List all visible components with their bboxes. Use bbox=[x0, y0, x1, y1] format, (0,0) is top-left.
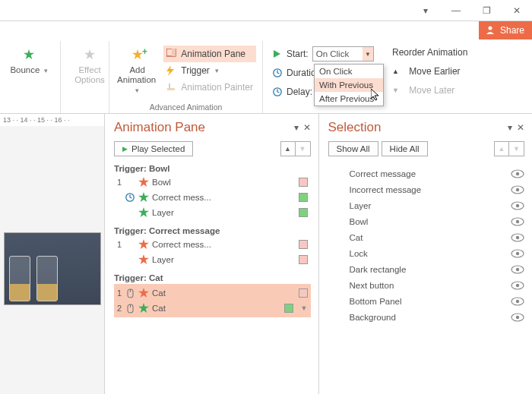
star-icon bbox=[138, 207, 149, 218]
selection-item-name: Incorrect message bbox=[350, 185, 422, 194]
duration-bar bbox=[284, 304, 293, 313]
selection-item-name: Bottom Panel bbox=[350, 297, 402, 306]
bounce-star-icon bbox=[18, 47, 40, 65]
minimize-button[interactable]: — bbox=[441, 0, 471, 21]
animation-row[interactable]: Layer bbox=[114, 252, 311, 267]
animation-row[interactable]: Layer bbox=[114, 205, 311, 220]
move-earlier-button[interactable]: ▲ Move Earlier bbox=[389, 63, 470, 80]
animation-name: Bowl bbox=[152, 178, 296, 187]
animation-row[interactable]: 1Cat bbox=[114, 285, 311, 301]
eye-icon[interactable] bbox=[511, 185, 524, 194]
bolt-icon bbox=[166, 65, 177, 76]
star-icon bbox=[138, 288, 149, 298]
mouse-icon bbox=[125, 304, 135, 314]
selection-item-name: Bowl bbox=[350, 217, 369, 226]
selection-item-name: Dark rectangle bbox=[350, 265, 407, 274]
animation-list: Trigger: Bowl1BowlCorrect mess...LayerTr… bbox=[114, 164, 311, 317]
animation-painter-button: Animation Painter bbox=[163, 79, 256, 96]
duration-bar bbox=[299, 178, 308, 187]
animation-row[interactable]: 2Cat▼ bbox=[114, 301, 311, 316]
show-all-button[interactable]: Show All bbox=[328, 141, 378, 156]
brush-icon bbox=[166, 82, 177, 93]
play-selected-button[interactable]: ▶ Play Selected bbox=[114, 141, 193, 156]
add-animation-button[interactable]: + Add Animation ▾ bbox=[116, 44, 159, 99]
animation-name: Cat bbox=[152, 304, 281, 313]
mouse-icon bbox=[125, 288, 135, 298]
eye-icon[interactable] bbox=[511, 233, 524, 242]
restore-button[interactable]: ❐ bbox=[471, 0, 502, 21]
eye-icon[interactable] bbox=[511, 313, 524, 322]
selection-item[interactable]: Correct message bbox=[350, 165, 525, 181]
share-button[interactable]: Share bbox=[479, 21, 532, 39]
star-icon bbox=[138, 303, 149, 314]
animation-name: Layer bbox=[152, 255, 296, 264]
share-bar: Share bbox=[0, 21, 532, 41]
play-icon bbox=[272, 49, 283, 59]
svg-marker-17 bbox=[371, 89, 378, 100]
selection-item-name: Correct message bbox=[350, 169, 416, 178]
effect-options-icon bbox=[79, 47, 100, 65]
animation-pane: Animation Pane ▾✕ ▶ Play Selected ▲ ▼ Tr… bbox=[105, 114, 318, 394]
selection-item[interactable]: Next button bbox=[350, 277, 525, 293]
start-option-onclick[interactable]: On Click bbox=[315, 65, 383, 78]
clock-icon bbox=[272, 68, 283, 78]
animation-name: Correct mess... bbox=[152, 193, 296, 202]
trigger-heading: Trigger: Cat bbox=[114, 273, 311, 282]
slide-thumbnail-column: 13 · · 14 · · 15 · · 16 · · bbox=[0, 114, 105, 394]
share-label: Share bbox=[500, 25, 524, 36]
trigger-button[interactable]: Trigger▾ bbox=[163, 62, 256, 79]
animation-name: Cat bbox=[152, 288, 296, 298]
selection-item[interactable]: Lock bbox=[350, 245, 525, 261]
star-icon bbox=[138, 192, 149, 203]
eye-icon[interactable] bbox=[511, 297, 524, 306]
selection-item[interactable]: Cat bbox=[350, 229, 525, 245]
animation-pane-button[interactable]: Animation Pane bbox=[163, 46, 256, 62]
selection-item[interactable]: Background bbox=[350, 309, 525, 325]
eye-icon[interactable] bbox=[511, 201, 524, 210]
pane-close-icon[interactable]: ✕ bbox=[517, 122, 524, 133]
reorder-label: Reorder Animation bbox=[389, 44, 470, 61]
animation-row[interactable]: 1Correct mess... bbox=[114, 237, 311, 252]
duration-bar bbox=[299, 240, 308, 249]
sel-move-down: ▼ bbox=[509, 141, 524, 156]
selection-item[interactable]: Dark rectangle bbox=[350, 261, 525, 277]
pane-icon bbox=[166, 49, 177, 59]
selection-item[interactable]: Incorrect message bbox=[350, 181, 525, 197]
pane-options-icon[interactable]: ▾ bbox=[508, 122, 512, 133]
pane-options-icon[interactable]: ▾ bbox=[294, 122, 299, 133]
pane-close-icon[interactable]: ✕ bbox=[303, 122, 311, 133]
eye-icon[interactable] bbox=[511, 281, 524, 290]
selection-pane: Selection ▾✕ Show All Hide All ▲▼ Correc… bbox=[318, 114, 533, 394]
eye-icon[interactable] bbox=[511, 265, 524, 274]
animation-row[interactable]: 1Bowl bbox=[114, 175, 311, 190]
chevron-down-icon[interactable]: ▼ bbox=[301, 304, 308, 312]
selection-item[interactable]: Layer bbox=[350, 197, 525, 213]
animation-name: Layer bbox=[152, 208, 296, 217]
sel-move-up: ▲ bbox=[494, 141, 509, 156]
start-row: Start: On Click ▼ bbox=[269, 46, 377, 62]
eye-icon[interactable] bbox=[511, 249, 524, 258]
selection-item-name: Lock bbox=[350, 249, 368, 258]
move-later-button: ▼ Move Later bbox=[389, 82, 470, 99]
selection-list: Correct messageIncorrect messageLayerBow… bbox=[328, 165, 525, 325]
animation-row[interactable]: Correct mess... bbox=[114, 190, 311, 205]
clock-icon bbox=[125, 192, 135, 203]
duration-bar bbox=[299, 255, 308, 264]
titlebar-options-icon[interactable]: ▾ bbox=[410, 0, 441, 21]
move-up-button[interactable]: ▲ bbox=[280, 141, 296, 156]
window-titlebar: ▾ — ❐ ✕ bbox=[0, 0, 532, 21]
selection-item[interactable]: Bowl bbox=[350, 213, 525, 229]
eye-icon[interactable] bbox=[511, 217, 524, 226]
hide-all-button[interactable]: Hide All bbox=[382, 141, 428, 156]
eye-icon[interactable] bbox=[511, 169, 524, 178]
start-dropdown[interactable]: On Click ▼ bbox=[312, 46, 374, 61]
star-icon bbox=[138, 254, 149, 265]
bounce-effect-button[interactable]: Bounce ▾ bbox=[6, 44, 52, 78]
close-button[interactable]: ✕ bbox=[502, 0, 532, 21]
selection-item[interactable]: Bottom Panel bbox=[350, 293, 525, 309]
duration-bar bbox=[299, 288, 308, 298]
svg-text:+: + bbox=[142, 47, 147, 57]
slide-thumbnail[interactable] bbox=[4, 232, 101, 305]
animation-name: Correct mess... bbox=[152, 240, 296, 249]
duration-bar bbox=[299, 193, 308, 202]
